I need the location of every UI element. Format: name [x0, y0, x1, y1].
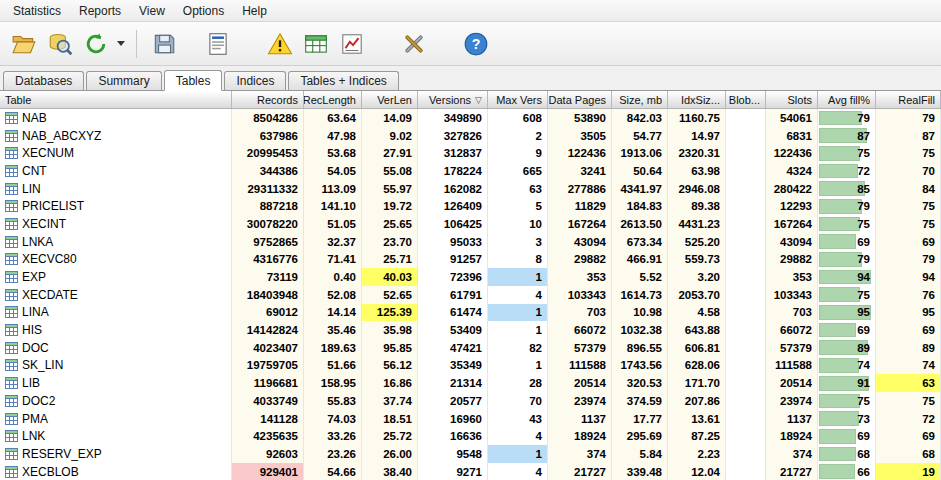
table-row[interactable]: LNKA975286532.3723.7095033343094673.3452… [0, 233, 941, 251]
search-database-button[interactable] [42, 26, 78, 62]
column-header-records[interactable]: Records [232, 91, 304, 108]
column-header-avgfill[interactable]: Avg fill% [818, 91, 876, 108]
cell-records: 19759705 [232, 357, 304, 375]
table-row[interactable]: XECBLOB92940154.6638.409271421727339.481… [0, 463, 941, 480]
table-row[interactable]: XECVC80431677671.4125.7191257829882466.9… [0, 251, 941, 269]
menu-reports[interactable]: Reports [70, 1, 130, 21]
cell-realfill: 76 [876, 286, 941, 304]
tab-databases[interactable]: Databases [3, 71, 84, 90]
cell-slots: 12293 [766, 197, 818, 215]
cell-slots: 29882 [766, 251, 818, 269]
cell-avgfill: 87 [818, 127, 876, 145]
cell-maxvers: 1 [488, 268, 548, 286]
cell-name: PRICELIST [0, 197, 232, 215]
cell-reclength: 0.40 [304, 268, 362, 286]
column-header-datapages[interactable]: Data Pages [548, 91, 612, 108]
table-row[interactable]: LINA6901214.14125.3961474170310.984.5870… [0, 304, 941, 322]
table-row[interactable]: PRICELIST887218141.1019.7212640951182918… [0, 197, 941, 215]
cell-maxvers: 1 [488, 304, 548, 322]
column-header-verlen[interactable]: VerLen [362, 91, 418, 108]
warning-button[interactable] [262, 26, 298, 62]
table-row[interactable]: XECINT3007822051.0525.651064251016726426… [0, 215, 941, 233]
column-label: Versions [429, 94, 471, 106]
fill-percent-value: 69 [857, 236, 870, 248]
cell-maxvers: 1 [488, 445, 548, 463]
table-row[interactable]: HIS1414282435.4635.98534091660721032.386… [0, 321, 941, 339]
save-icon [151, 31, 177, 57]
column-header-realfill[interactable]: RealFill [876, 91, 941, 108]
cell-idxsiz: 2320.31 [668, 144, 726, 162]
cell-avgfill: 75 [818, 144, 876, 162]
table-row[interactable]: PMA14112874.0318.511696043113717.7713.61… [0, 410, 941, 428]
column-header-name[interactable]: Table [0, 91, 232, 108]
table-row[interactable]: CNT34438654.0555.08178224665324150.6463.… [0, 162, 941, 180]
table-row[interactable]: LNK423563533.2625.7216636418924295.6987.… [0, 427, 941, 445]
table-row[interactable]: NAB850428663.6414.0934989060853890842.03… [0, 109, 941, 127]
table-view-button[interactable] [298, 26, 334, 62]
column-label: Records [257, 94, 298, 106]
cell-versions: 327826 [418, 127, 488, 145]
cell-maxvers: 63 [488, 180, 548, 198]
svg-text:?: ? [472, 35, 481, 51]
cell-verlen: 27.91 [362, 144, 418, 162]
column-header-blob[interactable]: Blob... [726, 91, 766, 108]
cell-slots: 280422 [766, 180, 818, 198]
table-row[interactable]: LIN29311332113.0955.97162082632778864341… [0, 180, 941, 198]
refresh-button[interactable] [78, 26, 114, 62]
table-name: XECVC80 [22, 252, 77, 266]
column-header-idxsiz[interactable]: IdxSiz... [668, 91, 726, 108]
table-row[interactable]: DOC4023407189.6395.85474218257379896.556… [0, 339, 941, 357]
table-row[interactable]: XECNUM2099545353.6827.913128379122436191… [0, 144, 941, 162]
fill-percent-value: 73 [857, 413, 870, 425]
tab-summary[interactable]: Summary [86, 71, 161, 90]
menu-statistics[interactable]: Statistics [4, 1, 70, 21]
cell-maxvers: 82 [488, 339, 548, 357]
table-row[interactable]: LIB1196681158.9516.86213142820514320.531… [0, 374, 941, 392]
menu-options[interactable]: Options [174, 1, 233, 21]
warning-icon [267, 31, 293, 57]
column-header-maxvers[interactable]: Max Vers [488, 91, 548, 108]
cell-maxvers: 5 [488, 197, 548, 215]
menu-view[interactable]: View [130, 1, 174, 21]
cell-reclength: 32.37 [304, 233, 362, 251]
tools-button[interactable] [396, 26, 432, 62]
cell-verlen: 18.51 [362, 410, 418, 428]
cell-idxsiz: 87.25 [668, 427, 726, 445]
tab-tables-indices[interactable]: Tables + Indices [288, 71, 398, 90]
table-row[interactable]: EXP731190.4040.037239613535.523.20353949… [0, 268, 941, 286]
table-icon [5, 130, 18, 142]
table-row[interactable]: NAB_ABCXYZ63798647.989.023278262350554.7… [0, 127, 941, 145]
table-row[interactable]: DOC2403374955.8337.74205777023974374.592… [0, 392, 941, 410]
cell-sizemb: 842.03 [612, 109, 668, 127]
help-button[interactable]: ? [458, 26, 494, 62]
column-header-sizemb[interactable]: Size, mb [612, 91, 668, 108]
table-icon [5, 430, 18, 442]
cell-records: 4023407 [232, 339, 304, 357]
open-file-button[interactable] [6, 26, 42, 62]
cell-idxsiz: 628.06 [668, 357, 726, 375]
menu-help[interactable]: Help [233, 1, 276, 21]
column-header-reclength[interactable]: RecLength [304, 91, 362, 108]
fill-percent-bar [819, 323, 856, 338]
table-row[interactable]: SK_LIN1975970551.6656.123534911115881743… [0, 357, 941, 375]
report-button[interactable] [200, 26, 236, 62]
chart-view-button[interactable] [334, 26, 370, 62]
fill-percent-bar [819, 234, 856, 249]
column-header-versions[interactable]: Versions▽ [418, 91, 488, 108]
table-row[interactable]: XECDATE1840394852.0852.65617914103343161… [0, 286, 941, 304]
cell-slots: 54061 [766, 109, 818, 127]
table-row[interactable]: RESERV_EXP9260323.2626.00954813745.842.2… [0, 445, 941, 463]
save-button[interactable] [146, 26, 182, 62]
column-label: Max Vers [496, 94, 542, 106]
table-name: LIN [22, 182, 41, 196]
cell-realfill: 79 [876, 251, 941, 269]
column-header-slots[interactable]: Slots [766, 91, 818, 108]
cell-sizemb: 184.83 [612, 197, 668, 215]
cell-sizemb: 1614.73 [612, 286, 668, 304]
cell-maxvers: 70 [488, 392, 548, 410]
tab-tables[interactable]: Tables [164, 70, 223, 91]
cell-realfill: 75 [876, 197, 941, 215]
tab-indices[interactable]: Indices [224, 71, 286, 90]
cell-realfill: 72 [876, 410, 941, 428]
refresh-dropdown-button[interactable] [114, 26, 127, 62]
